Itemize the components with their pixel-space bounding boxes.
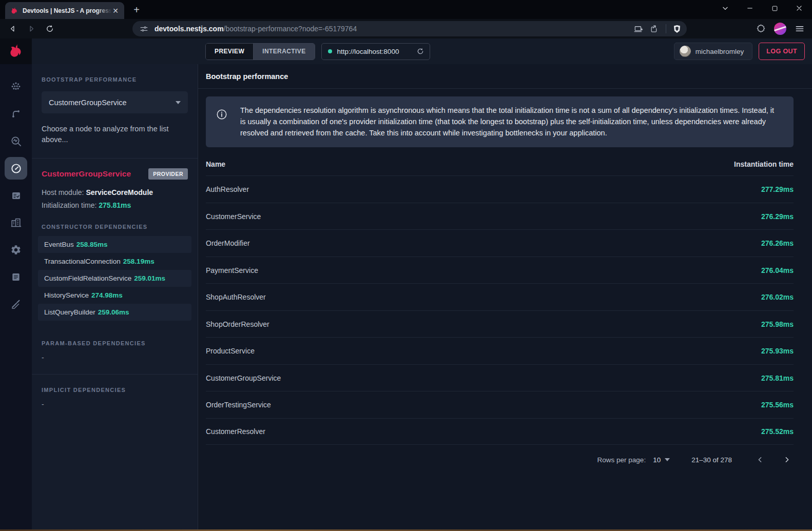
tab-search-chevron-icon[interactable] [717, 1, 734, 15]
sidebar-item-modules[interactable] [5, 211, 27, 234]
reload-button[interactable] [44, 23, 55, 34]
param-deps-title: PARAM-BASED DEPENDENCIES [42, 340, 188, 346]
brave-shield-icon[interactable] [672, 24, 682, 34]
table-row[interactable]: ShopOrderResolver275.98ms [206, 310, 794, 338]
dependency-time: 258.19ms [123, 258, 154, 265]
row-name: OrderModifier [206, 239, 250, 247]
column-instantiation-time: Instantiation time [734, 160, 794, 168]
table-row[interactable]: PaymentService276.04ms [206, 257, 794, 284]
row-name: ProductService [206, 347, 255, 355]
row-instantiation-time: 275.52ms [761, 427, 794, 436]
row-instantiation-time: 275.81ms [761, 374, 794, 382]
sidebar-item-settings-gear[interactable] [5, 239, 27, 261]
window-minimize-button[interactable] [741, 1, 759, 15]
dependency-row[interactable]: CustomFieldRelationService259.01ms [38, 270, 191, 287]
dependency-name: TransactionalConnection [44, 258, 121, 265]
dependency-row[interactable]: HistoryService274.98ms [38, 287, 191, 304]
row-name: CustomerService [206, 212, 261, 221]
address-bar[interactable]: devtools.nestjs.com/bootstrap-performanc… [132, 21, 687, 36]
icon-sidebar [0, 64, 32, 529]
site-settings-icon[interactable] [140, 25, 148, 33]
provider-badge: PROVIDER [148, 168, 188, 180]
table-row[interactable]: CustomerResolver275.52ms [206, 418, 794, 445]
dependency-row[interactable]: EventBus258.85ms [38, 236, 191, 253]
table-row[interactable]: ShopAuthResolver276.02ms [206, 283, 794, 310]
table-row[interactable]: ProductService275.93ms [206, 337, 794, 364]
row-name: AuthResolver [206, 185, 249, 193]
info-icon [216, 109, 227, 120]
node-select-dropdown[interactable]: CustomerGroupService [42, 91, 188, 113]
dependency-name: HistoryService [44, 291, 89, 299]
window-maximize-button[interactable] [766, 1, 783, 15]
table-row[interactable]: OrderModifier276.26ms [206, 229, 794, 257]
table-row[interactable]: CustomerGroupService275.81ms [206, 364, 794, 391]
sidebar-item-tools-wand[interactable] [5, 293, 27, 316]
logout-button[interactable]: LOG OUT [759, 43, 805, 60]
row-instantiation-time: 276.26ms [761, 239, 794, 247]
row-name: CustomerResolver [206, 427, 265, 436]
window-close-button[interactable] [790, 1, 808, 15]
row-name: PaymentService [206, 266, 258, 274]
chevron-down-icon [176, 101, 181, 104]
dependency-name: CustomFieldRelationService [44, 274, 131, 282]
rows-per-page-caret-icon [665, 458, 670, 461]
url-path: /bootstrap-performance?node=-65179764 [224, 25, 357, 33]
browser-tab[interactable]: Devtools | NestJS - A progressive ✕ [5, 2, 124, 19]
dependency-row[interactable]: ListQueryBuilder259.06ms [38, 304, 191, 321]
forward-button[interactable] [26, 23, 37, 34]
info-callout: The dependencies resolution algorithm is… [206, 96, 794, 147]
table-row[interactable]: OrderTestingService275.56ms [206, 391, 794, 418]
performance-table: Name Instantiation time AuthResolver277.… [206, 152, 794, 445]
url-host: devtools.nestjs.com [154, 25, 224, 33]
dependency-name: ListQueryBuilder [44, 308, 95, 316]
share-icon[interactable] [650, 24, 660, 34]
user-menu[interactable]: michaelbromley [674, 43, 753, 60]
implicit-deps-title: IMPLICIT DEPENDENCIES [42, 387, 188, 393]
table-row[interactable]: CustomerService276.29ms [206, 203, 794, 230]
docs-icon [11, 272, 21, 282]
previous-page-button[interactable] [753, 453, 767, 466]
title-divider [198, 88, 812, 89]
target-url-value: http://localhost:8000 [337, 48, 411, 55]
next-page-button[interactable] [780, 453, 794, 466]
new-tab-button[interactable]: + [129, 3, 144, 17]
sidebar-item-checklist[interactable] [5, 184, 27, 207]
view-mode-toggle: PREVIEW INTERACTIVE [205, 43, 315, 60]
dependency-time: 259.06ms [98, 308, 129, 316]
preview-tab[interactable]: PREVIEW [206, 44, 253, 60]
sidebar-item-graph[interactable] [5, 75, 27, 98]
table-body: AuthResolver277.29msCustomerService276.2… [206, 175, 794, 445]
logo-block [0, 38, 32, 64]
inspect-icon [10, 135, 22, 147]
dependency-row[interactable]: TransactionalConnection258.19ms [38, 253, 191, 270]
modules-icon [10, 217, 22, 228]
refresh-target-icon[interactable] [416, 47, 424, 55]
browser-window: Devtools | NestJS - A progressive ✕ + [0, 0, 812, 531]
panel-section-title: BOOTSTRAP PERFORMANCE [42, 76, 188, 83]
table-row[interactable]: AuthResolver277.29ms [206, 175, 794, 203]
target-url-input[interactable]: http://localhost:8000 [321, 43, 430, 60]
sidebar-item-routes[interactable] [5, 103, 27, 125]
nestjs-favicon-icon [10, 7, 18, 15]
browser-profile-avatar[interactable] [774, 23, 786, 35]
host-module-row: Host module: ServiceCoreModule [42, 188, 188, 196]
row-instantiation-time: 275.98ms [761, 320, 794, 328]
details-panel: BOOTSTRAP PERFORMANCE CustomerGroupServi… [32, 64, 198, 529]
rows-per-page-select[interactable]: 10 [653, 456, 670, 464]
tools-wand-icon [10, 299, 22, 310]
row-instantiation-time: 277.29ms [761, 185, 794, 193]
rows-per-page-label: Rows per page: [597, 456, 646, 464]
back-button[interactable] [7, 23, 18, 34]
tab-close-icon[interactable]: ✕ [111, 6, 120, 15]
sidebar-item-inspect[interactable] [5, 130, 27, 152]
routes-icon [10, 108, 22, 120]
interactive-tab[interactable]: INTERACTIVE [253, 44, 314, 60]
browser-menu-icon[interactable] [795, 24, 805, 34]
sidebar-item-docs[interactable] [5, 266, 27, 288]
selected-node-name: CustomerGroupService [42, 169, 131, 179]
send-to-device-icon[interactable] [634, 24, 644, 34]
init-time-value: 275.81ms [99, 201, 131, 209]
sidebar-item-performance-gauge[interactable] [5, 157, 27, 180]
extensions-icon[interactable] [756, 24, 766, 34]
constructor-deps-list: EventBus258.85msTransactionalConnection2… [38, 236, 191, 321]
